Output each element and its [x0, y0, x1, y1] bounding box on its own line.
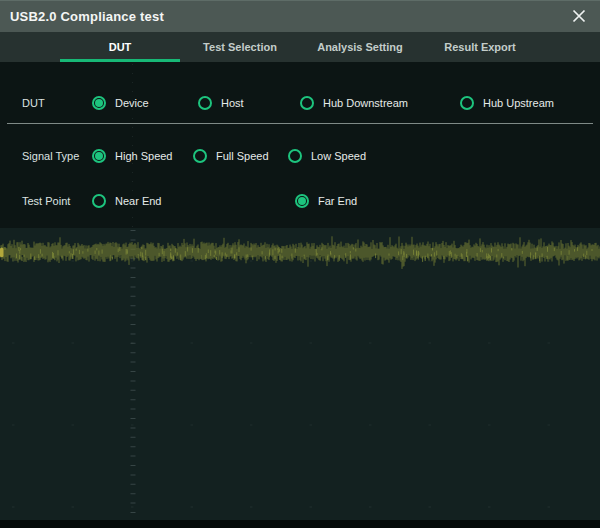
radio-label: High Speed — [115, 147, 173, 165]
tab-test-selection[interactable]: Test Selection — [180, 32, 300, 62]
radio-low-speed[interactable]: Low Speed — [288, 147, 366, 165]
tab-result-export[interactable]: Result Export — [420, 32, 540, 62]
tab-bar: DUT Test Selection Analysis Setting Resu… — [0, 32, 600, 62]
radio-unselected-icon — [288, 149, 302, 163]
close-icon — [571, 8, 587, 24]
radio-label: Hub Downstream — [323, 94, 408, 112]
titlebar: USB2.0 Compliance test — [0, 0, 600, 32]
scope-display — [0, 228, 600, 520]
radio-unselected-icon — [300, 96, 314, 110]
radio-near-end[interactable]: Near End — [92, 192, 161, 210]
usb-compliance-dialog: USB2.0 Compliance test DUT Test Selectio… — [0, 0, 600, 528]
tab-label: Analysis Setting — [317, 41, 403, 53]
tab-label: Test Selection — [203, 41, 277, 53]
radio-label: Near End — [115, 192, 161, 210]
radio-device[interactable]: Device — [92, 94, 149, 112]
radio-full-speed[interactable]: Full Speed — [193, 147, 269, 165]
radio-label: Device — [115, 94, 149, 112]
row-divider — [7, 123, 593, 124]
radio-hub-downstream[interactable]: Hub Downstream — [300, 94, 408, 112]
close-button[interactable] — [566, 4, 592, 28]
tab-analysis-setting[interactable]: Analysis Setting — [300, 32, 420, 62]
radio-label: Host — [221, 94, 244, 112]
tab-label: DUT — [109, 41, 132, 53]
radio-host[interactable]: Host — [198, 94, 244, 112]
dut-row-label: DUT — [22, 94, 45, 112]
waveform-trace — [0, 236, 600, 269]
radio-selected-icon — [295, 194, 309, 208]
radio-selected-icon — [92, 96, 106, 110]
radio-label: Full Speed — [216, 147, 269, 165]
signal-type-row-label: Signal Type — [22, 147, 79, 165]
radio-label: Far End — [318, 192, 357, 210]
test-point-row-label: Test Point — [22, 192, 70, 210]
channel-marker-icon — [0, 248, 4, 257]
dialog-title: USB2.0 Compliance test — [10, 9, 164, 24]
radio-unselected-icon — [460, 96, 474, 110]
scope-graticule-and-waveform — [0, 228, 600, 520]
radio-far-end[interactable]: Far End — [295, 192, 357, 210]
radio-selected-icon — [92, 149, 106, 163]
bottom-strip — [0, 520, 600, 528]
radio-unselected-icon — [193, 149, 207, 163]
tab-dut[interactable]: DUT — [60, 32, 180, 62]
tab-label: Result Export — [444, 41, 516, 53]
radio-hub-upstream[interactable]: Hub Upstream — [460, 94, 554, 112]
radio-unselected-icon — [198, 96, 212, 110]
radio-label: Hub Upstream — [483, 94, 554, 112]
radio-unselected-icon — [92, 194, 106, 208]
radio-label: Low Speed — [311, 147, 366, 165]
radio-high-speed[interactable]: High Speed — [92, 147, 173, 165]
